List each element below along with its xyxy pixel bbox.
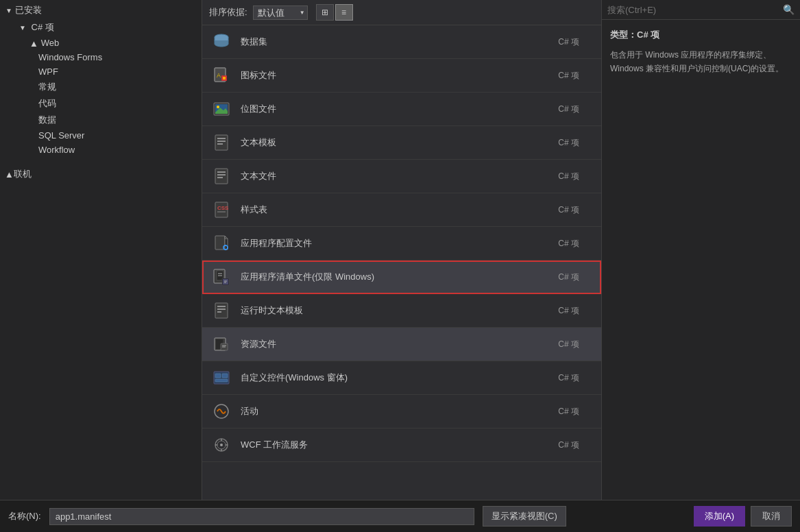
sidebar: ▼ 已安装 ▼ C# 项 ▶ Web Windows Forms WPF: [0, 0, 202, 500]
appmanifest-icon: [210, 266, 232, 288]
stylesheet-name: 样式表: [241, 204, 558, 216]
description-type: 类型：C# 项: [610, 28, 792, 43]
bottom-bar: 名称(N): 显示紧凑视图(C) 添加(A) 取消: [0, 500, 800, 532]
sidebar-item-wpf[interactable]: WPF: [0, 64, 202, 79]
svg-rect-44: [222, 374, 228, 378]
svg-rect-5: [223, 77, 226, 80]
sidebar-item-web[interactable]: ▶ Web: [0, 36, 202, 50]
code-label: 代码: [38, 98, 56, 108]
search-icon: 🔍: [783, 4, 795, 15]
toolbar: 排序依据: 默认值 名称 类型 ⊞ ≡: [202, 0, 601, 25]
list-item-appmanifest[interactable]: 应用程序清单文件(仅限 Windows) C# 项: [202, 261, 601, 294]
bitmap-icon: [210, 98, 232, 120]
sidebar-item-general[interactable]: 常规: [0, 79, 202, 95]
bottom-buttons: 添加(A) 取消: [694, 506, 792, 527]
list-item-appconfig[interactable]: 应用程序配置文件 C# 项: [202, 227, 601, 261]
customcontrol-name: 自定义控件(Windows 窗体): [241, 372, 558, 384]
list-item-textfile[interactable]: 文本文件 C# 项: [202, 160, 601, 193]
appmanifest-type: C# 项: [558, 271, 579, 283]
list-item-texttemplate[interactable]: 文本模板 C# 项: [202, 126, 601, 160]
list-item-resourcefile[interactable]: 资源文件 C# 项: [202, 328, 601, 361]
resourcefile-type: C# 项: [558, 339, 579, 350]
cancel-button[interactable]: 取消: [751, 506, 792, 527]
online-arrow: ▶: [5, 171, 12, 177]
list-item-iconfile[interactable]: A 图标文件 C# 项: [202, 59, 601, 93]
sidebar-item-csharp[interactable]: ▼ C# 项: [0, 19, 202, 36]
list-item-activity[interactable]: 活动 C# 项: [202, 395, 601, 428]
stylesheet-type: C# 项: [558, 204, 579, 216]
search-bar: 🔍: [602, 0, 800, 20]
csharp-label: C# 项: [32, 22, 54, 32]
dataset-type: C# 项: [558, 36, 579, 48]
stylesheet-icon: CSS: [210, 199, 232, 221]
sqlserver-label: SQL Server: [38, 130, 84, 141]
view-list-button[interactable]: ≡: [335, 4, 353, 21]
online-label: 联机: [14, 168, 32, 180]
description-area: 类型：C# 项 包含用于 Windows 应用程序的程序集绑定、Windows …: [602, 20, 800, 84]
view-toggle: ⊞ ≡: [316, 4, 353, 21]
name-input[interactable]: [49, 508, 474, 525]
list-item-dataset[interactable]: 数据集 C# 项: [202, 25, 601, 59]
list-item-customcontrol[interactable]: 自定义控件(Windows 窗体) C# 项: [202, 361, 601, 395]
svg-rect-45: [215, 379, 228, 382]
name-label: 名称(N):: [8, 510, 41, 522]
compact-view-button[interactable]: 显示紧凑视图(C): [483, 506, 566, 527]
list-item-bitmap[interactable]: 位图文件 C# 项: [202, 93, 601, 126]
textfile-name: 文本文件: [241, 170, 558, 182]
installed-label: 已安装: [15, 4, 42, 16]
list-item-wcfworkflow[interactable]: WCF 工作流服务 C# 项: [202, 428, 601, 462]
right-panel: 🔍 类型：C# 项 包含用于 Windows 应用程序的程序集绑定、Window…: [601, 0, 800, 500]
sidebar-item-data[interactable]: 数据: [0, 112, 202, 128]
svg-text:CSS: CSS: [217, 205, 229, 211]
content-area: 排序依据: 默认值 名称 类型 ⊞ ≡: [202, 0, 601, 500]
online-section: ▶ 联机: [0, 158, 202, 184]
dataset-name: 数据集: [241, 36, 558, 48]
textfile-icon: [210, 165, 232, 187]
sidebar-item-winforms[interactable]: Windows Forms: [0, 50, 202, 64]
search-input[interactable]: [607, 5, 779, 15]
sidebar-item-workflow[interactable]: Workflow: [0, 143, 202, 157]
bitmap-name: 位图文件: [241, 103, 558, 115]
add-button[interactable]: 添加(A): [694, 506, 745, 527]
items-list[interactable]: 数据集 C# 项 A 图标文件 C# 项: [202, 25, 601, 500]
resourcefile-name: 资源文件: [241, 338, 558, 350]
dataset-icon: [210, 31, 232, 53]
installed-section: ▼ 已安装 ▼ C# 项 ▶ Web Windows Forms WPF: [0, 0, 202, 158]
list-item-stylesheet[interactable]: CSS 样式表 C# 项: [202, 193, 601, 227]
workflow-label: Workflow: [38, 145, 75, 155]
view-grid-button[interactable]: ⊞: [316, 4, 334, 21]
runtimetext-name: 运行时文本模板: [241, 304, 558, 317]
texttemplate-type: C# 项: [558, 137, 579, 149]
installed-header[interactable]: ▼ 已安装: [0, 1, 202, 19]
runtimetext-type: C# 项: [558, 305, 579, 317]
winforms-label: Windows Forms: [38, 52, 102, 62]
appconfig-name: 应用程序配置文件: [241, 237, 558, 250]
csharp-arrow: ▼: [19, 24, 26, 32]
bitmap-type: C# 项: [558, 104, 579, 115]
wcfworkflow-icon: [210, 434, 232, 456]
sort-dropdown[interactable]: 默认值 名称 类型: [253, 5, 308, 20]
resourcefile-icon: [210, 333, 232, 355]
wcfworkflow-name: WCF 工作流服务: [241, 439, 558, 451]
iconfile-type: C# 项: [558, 70, 579, 82]
svg-rect-30: [223, 279, 228, 285]
installed-arrow: ▼: [5, 7, 12, 14]
customcontrol-icon: [210, 367, 232, 389]
sort-label: 排序依据:: [209, 6, 247, 19]
svg-rect-43: [215, 374, 221, 378]
svg-text:A: A: [217, 72, 221, 79]
general-label: 常规: [38, 82, 56, 92]
svg-rect-10: [215, 135, 228, 150]
sidebar-item-sqlserver[interactable]: SQL Server: [0, 128, 202, 143]
activity-name: 活动: [241, 405, 558, 418]
appmanifest-name: 应用程序清单文件(仅限 Windows): [241, 271, 558, 283]
list-item-runtimetext[interactable]: 运行时文本模板 C# 项: [202, 294, 601, 328]
appconfig-type: C# 项: [558, 238, 579, 250]
web-label: Web: [41, 38, 60, 48]
sidebar-item-code[interactable]: 代码: [0, 95, 202, 112]
iconfile-name: 图标文件: [241, 69, 558, 82]
texttemplate-icon: [210, 132, 232, 154]
svg-rect-14: [215, 169, 228, 184]
svg-point-9: [217, 106, 219, 108]
online-header[interactable]: ▶ 联机: [0, 165, 202, 183]
